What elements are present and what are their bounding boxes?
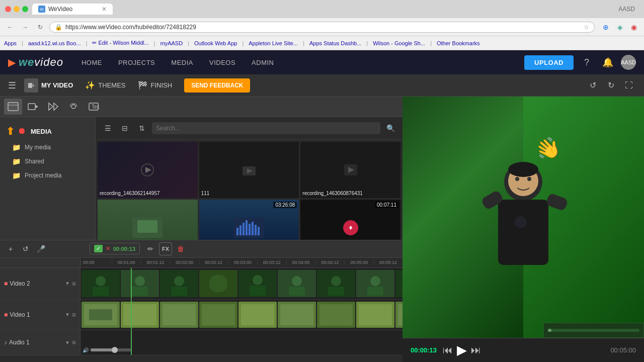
ruler-5: 00:03:00 xyxy=(228,260,257,265)
track-audio1-menu[interactable]: ≡ xyxy=(72,338,76,346)
preview-person-area xyxy=(451,107,596,328)
project-media-item[interactable]: 📁 Project media xyxy=(0,168,95,183)
media-thumb-6[interactable]: ♦ 00:07:11 recording_1463058570300 xyxy=(300,200,400,240)
media-grid-header: ☰ ⊟ ⇅ 🔍 xyxy=(96,117,403,140)
playhead-line-v2 xyxy=(131,268,132,299)
media-grid-area: ☰ ⊟ ⇅ 🔍 recording_1463062144957 xyxy=(96,117,403,240)
nav-media[interactable]: MEDIA xyxy=(163,50,201,74)
finish-nav[interactable]: 🏁 FINISH xyxy=(134,78,177,92)
forward-button[interactable]: → xyxy=(19,21,31,33)
track-video1-expand[interactable]: ▼ xyxy=(65,312,70,317)
volume-handle[interactable] xyxy=(112,347,118,353)
ruler-8: 00:04:12 xyxy=(315,260,345,265)
maximize-dot[interactable] xyxy=(22,6,28,12)
svg-rect-4 xyxy=(28,104,35,110)
star-icon[interactable]: ☆ xyxy=(584,24,589,31)
bookmark-wilson[interactable]: Wilson - Google Sh... xyxy=(373,40,425,46)
media-grid: recording_1463062144957 111 xyxy=(96,140,403,240)
media-search-input[interactable] xyxy=(152,122,380,134)
nav-projects[interactable]: PROJECTS xyxy=(110,50,163,74)
svg-rect-20 xyxy=(236,228,238,235)
vf-7 xyxy=(317,270,355,297)
media-thumb-5[interactable]: 03:26:08 The Great Wall of China - U... xyxy=(199,200,299,240)
refresh-button[interactable]: ↻ xyxy=(34,21,46,33)
video2-frames xyxy=(80,268,403,299)
media-thumb-4[interactable]: 111 xyxy=(98,200,198,240)
volume-area: 🔊 xyxy=(83,347,131,353)
redo-icon[interactable]: ↻ xyxy=(604,78,618,93)
svg-rect-94 xyxy=(319,304,353,325)
nav-home[interactable]: HOME xyxy=(73,50,110,74)
feedback-button[interactable]: SEND FEEDBACK xyxy=(184,78,250,93)
upload-button[interactable]: UPLOAD xyxy=(524,55,574,70)
search-button[interactable]: 🔍 xyxy=(383,121,397,135)
svg-point-8 xyxy=(71,105,75,109)
my-media-item[interactable]: 📁 My media xyxy=(0,140,95,154)
bookmark-appleton[interactable]: Appleton Live Site... xyxy=(249,40,298,46)
media-thumb-2[interactable]: 111 xyxy=(199,142,299,198)
trash-btn[interactable]: 🗑 xyxy=(174,242,187,255)
bookmark-apps[interactable]: Apps xyxy=(4,40,17,46)
nav-admin[interactable]: ADMIN xyxy=(244,50,282,74)
bookmark-edit[interactable]: ✏ Edit - Wilson Middl... xyxy=(92,40,148,46)
fx-btn[interactable]: FX xyxy=(159,242,172,255)
video-tool-btn[interactable] xyxy=(24,99,42,115)
bookmark-apps-status[interactable]: Apps Status Dashb... xyxy=(309,40,361,46)
tab-favicon: W xyxy=(38,6,45,13)
svg-marker-7 xyxy=(54,103,58,110)
bookmark-myaasd[interactable]: myAASD xyxy=(160,40,183,46)
undo-tl-btn[interactable]: ↺ xyxy=(19,242,32,255)
ext-icon-2[interactable]: ◈ xyxy=(614,21,626,33)
media-thumb-1[interactable]: recording_1463062144957 xyxy=(98,142,198,198)
user-avatar[interactable]: AASD xyxy=(621,55,636,70)
nav-videos[interactable]: VIDEOS xyxy=(201,50,244,74)
undo-icon[interactable]: ↺ xyxy=(586,78,600,93)
transition-tool-btn[interactable] xyxy=(44,99,62,115)
browser-tab[interactable]: W WeVideo ✕ xyxy=(32,4,113,15)
audio-tool-btn[interactable] xyxy=(64,99,83,115)
mic-btn[interactable]: 🎤 xyxy=(34,242,47,255)
track-video2-menu[interactable]: ≡ xyxy=(72,280,76,288)
back-button[interactable]: ← xyxy=(4,21,16,33)
preview-progress-bg xyxy=(548,329,639,332)
close-dot[interactable] xyxy=(5,6,11,12)
track-audio1-expand[interactable]: ▼ xyxy=(65,340,70,345)
track-video2-expand[interactable]: ▼ xyxy=(65,281,70,286)
save-marker-btn[interactable]: ✓ xyxy=(94,245,103,252)
skip-forward-button[interactable]: ⏭ xyxy=(471,344,481,356)
ext-icon-1[interactable]: ⊕ xyxy=(600,21,612,33)
track-video1-menu[interactable]: ≡ xyxy=(72,311,76,319)
filter-btn[interactable]: ⊟ xyxy=(118,121,132,135)
upload-icon-btn[interactable]: ⬆ xyxy=(6,125,15,137)
v1f-2 xyxy=(121,302,159,328)
play-button[interactable]: ▶ xyxy=(457,342,467,358)
skip-back-button[interactable]: ⏮ xyxy=(443,344,453,356)
bookmark-other[interactable]: Other Bookmarks xyxy=(437,40,480,46)
bookmark-aasd[interactable]: aasd.k12.wi.us Boo... xyxy=(28,40,81,46)
shared-item[interactable]: 📁 Shared xyxy=(0,154,95,168)
media-thumb-3[interactable]: recording_1463060876431 xyxy=(300,142,400,198)
text-tool-btn[interactable]: Text xyxy=(85,99,103,115)
list-view-btn[interactable]: ☰ xyxy=(101,121,115,135)
left-area: Text ⬆ ⏺ MEDIA 📁 My media xyxy=(0,97,403,362)
themes-nav[interactable]: ✨ THEMES xyxy=(81,78,129,92)
url-bar[interactable]: 🔒 https://www.weVideo.com/hub#editor/724… xyxy=(49,22,595,33)
hamburger-menu[interactable]: ☰ xyxy=(8,80,16,91)
pencil-tool-btn[interactable]: ✏ xyxy=(144,242,157,255)
tab-close-button[interactable]: ✕ xyxy=(102,6,107,13)
minimize-dot[interactable] xyxy=(14,6,20,12)
playhead-marker-widget: ✓ ✕ 00:00:13 xyxy=(90,243,140,254)
sort-btn[interactable]: ⇅ xyxy=(135,121,149,135)
record-icon-btn[interactable]: ⏺ xyxy=(18,127,26,136)
svg-point-59 xyxy=(174,276,184,286)
volume-slider[interactable] xyxy=(91,348,131,351)
bookmark-outlook[interactable]: Outlook Web App xyxy=(194,40,237,46)
help-icon[interactable]: ? xyxy=(579,54,595,70)
my-video-nav[interactable]: MY VIDEO xyxy=(20,76,77,95)
add-track-btn[interactable]: + xyxy=(4,242,17,255)
fullscreen-icon[interactable]: ⛶ xyxy=(622,78,636,93)
notifications-icon[interactable]: 🔔 xyxy=(600,54,616,70)
ext-icon-3[interactable]: ◉ xyxy=(628,21,640,33)
delete-marker-btn[interactable]: ✕ xyxy=(106,245,110,252)
media-tool-btn[interactable] xyxy=(4,99,22,115)
